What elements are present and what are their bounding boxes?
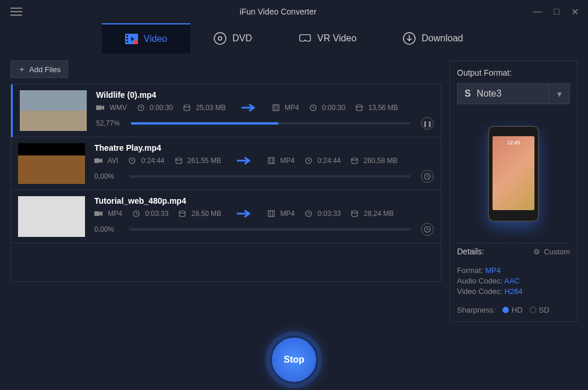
arrow-icon [241,103,257,112]
svg-rect-1 [126,35,128,37]
src-duration: 0:24:44 [129,157,164,165]
menu-icon[interactable] [7,2,26,22]
download-icon [403,32,416,45]
minimize-button[interactable]: — [530,4,544,20]
svg-rect-28 [94,211,100,216]
tab-video[interactable]: Video [102,23,191,54]
dst-duration: 0:03:33 [305,210,341,218]
progress-bar [129,228,410,231]
progress-bar [129,175,410,178]
src-size: 25,03 MB [183,104,226,112]
dst-size: 260,58 MB [351,157,397,165]
svg-point-12 [184,105,190,107]
gear-icon: ⚙ [533,247,540,256]
src-format: MP4 [94,210,122,218]
file-list: Wildlife (0).mp4 WMV 0:00:30 25,03 MB MP… [10,84,441,282]
file-thumbnail [20,90,87,131]
dropdown-value: Note3 [477,88,502,99]
custom-label: Custom [544,247,570,256]
src-duration: 0:00:30 [137,104,173,112]
add-files-button[interactable]: ＋ Add Files [10,61,68,78]
sharpness-sd-radio[interactable]: SD [530,306,550,314]
add-files-label: Add Files [29,65,61,74]
src-size: 261,55 MB [175,157,221,165]
dst-format: MP4 [268,210,295,218]
dst-size: 13,56 MB [356,104,398,112]
tab-vr[interactable]: VR Video [275,23,380,54]
dst-format: MP4 [272,104,299,112]
stop-button[interactable]: Stop [270,336,318,384]
custom-button[interactable]: ⚙ Custom [533,247,570,256]
output-format-dropdown[interactable]: S Note3 ▾ [457,83,570,104]
svg-rect-18 [94,158,100,163]
pause-button[interactable]: ❚❚ [421,117,434,130]
maximize-button[interactable]: □ [551,4,562,20]
progress-percent: 0,00% [94,172,123,180]
plus-icon: ＋ [18,64,26,75]
file-item[interactable]: Theatre Play.mp4 AVI 0:24:44 261,55 MB M… [11,137,441,190]
svg-point-6 [214,33,226,44]
output-panel: Output Format: S Note3 ▾ 12:45 Details: … [449,61,578,322]
video-icon [125,33,138,45]
src-format: AVI [94,157,118,165]
file-item[interactable]: Tutorial_web_480p.mp4 MP4 0:03:33 28,50 … [11,190,441,243]
main-tabs: Video DVD VR Video Download [0,23,588,54]
output-format-label: Output Format: [457,68,570,77]
progress-bar [131,122,410,125]
sharpness-hd-radio[interactable]: HD [502,306,523,314]
arrow-icon [236,156,253,165]
file-name: Theatre Play.mp4 [94,143,434,153]
progress-percent: 0,00% [94,225,123,233]
svg-rect-22 [268,158,274,164]
wait-icon [421,170,434,183]
svg-marker-10 [101,105,104,110]
svg-point-21 [176,158,182,160]
dst-duration: 0:00:30 [310,104,345,112]
dvd-icon [214,32,226,45]
file-name: Tutorial_web_480p.mp4 [94,196,434,205]
svg-point-7 [218,37,222,40]
svg-point-17 [356,105,362,107]
tab-label: DVD [232,33,252,44]
svg-rect-32 [268,211,274,217]
wait-icon [421,223,434,236]
close-button[interactable]: ✕ [569,4,581,20]
detail-format: Format: MP4 [457,266,570,275]
arrow-icon [236,209,253,218]
sharpness-label: Sharpness: [457,306,495,314]
src-size: 28,50 MB [179,210,221,218]
svg-rect-2 [126,38,128,40]
dst-duration: 0:24:44 [305,157,341,165]
svg-point-36 [352,211,357,213]
progress-percent: 52,77% [96,119,125,127]
chevron-down-icon: ▾ [548,84,569,104]
svg-marker-19 [100,158,102,163]
tab-download[interactable]: Download [380,23,486,54]
detail-video-codec: Video Codec: H264 [457,287,570,296]
app-title: iFun Video Converter [26,7,530,16]
tab-label: Video [144,34,168,44]
stop-label: Stop [284,354,304,365]
file-item[interactable]: Wildlife (0).mp4 WMV 0:00:30 25,03 MB MP… [11,84,441,137]
svg-rect-13 [273,105,279,111]
vr-icon [299,32,311,45]
src-format: WMV [96,104,127,112]
titlebar: iFun Video Converter — □ ✕ [0,0,588,23]
detail-audio-codec: Audio Codec: AAC [457,276,570,285]
dst-format: MP4 [268,157,295,165]
details-label: Details: [457,247,484,256]
tab-dvd[interactable]: DVD [190,23,275,54]
svg-rect-3 [126,41,128,42]
samsung-icon: S [465,88,471,99]
svg-point-31 [179,211,185,213]
svg-marker-29 [100,211,102,216]
tab-label: Download [421,33,463,44]
phone-time: 12:45 [493,136,534,146]
dst-size: 28,24 MB [351,210,394,218]
device-preview: 12:45 [488,126,539,222]
file-name: Wildlife (0).mp4 [96,90,434,100]
file-thumbnail [18,196,85,237]
svg-point-26 [352,158,357,160]
src-duration: 0:03:33 [133,210,168,218]
svg-rect-9 [96,105,101,110]
